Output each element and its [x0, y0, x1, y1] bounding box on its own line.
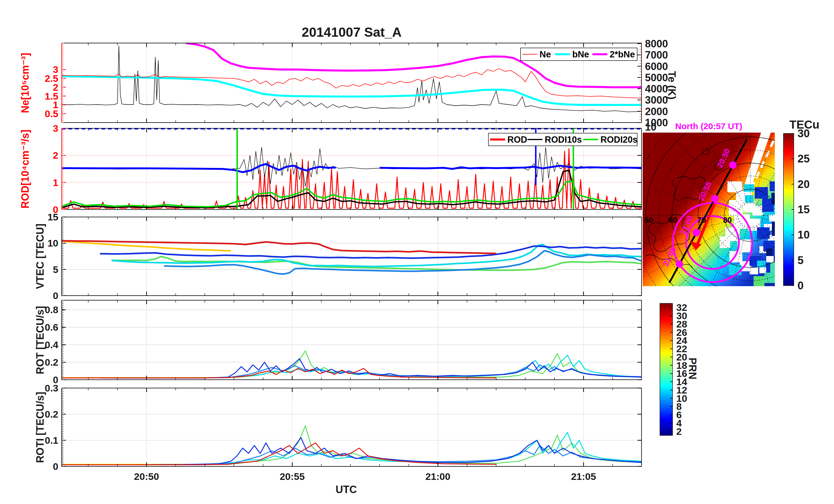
- series-PRN27: [62, 241, 496, 253]
- svg-text:3: 3: [53, 64, 58, 75]
- ylabel-rot: ROT [TECU/s]: [34, 306, 46, 374]
- svg-text:3000: 3000: [645, 94, 668, 106]
- svg-text:10: 10: [645, 121, 656, 133]
- svg-text:5: 5: [797, 254, 804, 266]
- svg-text:25: 25: [797, 153, 810, 165]
- svg-text:0: 0: [53, 461, 58, 472]
- svg-text:ROD: ROD: [507, 135, 527, 145]
- series-group-rot: [62, 351, 641, 378]
- panel-roti: 20:5020:5521:0021:0500.10.20.3: [45, 383, 641, 482]
- svg-text:5: 5: [53, 264, 58, 275]
- svg-text:15: 15: [47, 211, 58, 223]
- svg-text:10: 10: [47, 238, 58, 249]
- svg-text:0.8: 0.8: [45, 304, 58, 315]
- svg-text:2: 2: [676, 426, 682, 437]
- svg-text:0.3: 0.3: [45, 383, 58, 393]
- figure-title: 20141007 Sat_A: [302, 24, 402, 40]
- ylabel-rod: ROD[10⁴cm⁻³/s]: [19, 130, 31, 209]
- svg-text:3: 3: [53, 123, 58, 134]
- series-group-roti: [62, 426, 641, 465]
- svg-text:RODI10s: RODI10s: [545, 135, 582, 145]
- panel-rot: 00.20.40.60.8: [45, 300, 641, 385]
- panel-ne_te: 0.511.522.531000200030004000500060007000…: [45, 38, 668, 133]
- ylabel-roti: ROTI [TECU/s]: [34, 392, 46, 463]
- svg-text:2*bNe: 2*bNe: [610, 49, 635, 60]
- svg-text:20: 20: [797, 178, 810, 190]
- prn-colorbar: 3230282624222018161412108642: [660, 302, 687, 437]
- svg-text:0.6: 0.6: [45, 322, 58, 333]
- panel-vtec: 051015: [47, 211, 641, 301]
- figure-root: 0.511.522.531000200030004000500060007000…: [0, 0, 834, 504]
- svg-text:5000: 5000: [645, 72, 668, 84]
- svg-text:4000: 4000: [645, 83, 668, 95]
- svg-text:60: 60: [668, 216, 677, 225]
- svg-text:2: 2: [53, 150, 58, 161]
- svg-text:70: 70: [697, 216, 706, 225]
- legend-rod: RODRODI10sRODI20s: [488, 133, 637, 146]
- svg-text:2000: 2000: [645, 106, 668, 117]
- prn-colorbar-label: PRN: [686, 358, 698, 380]
- svg-text:20:55: 20:55: [280, 471, 305, 482]
- svg-text:0.2: 0.2: [45, 409, 58, 420]
- svg-text:20:50: 20:50: [134, 471, 159, 482]
- svg-text:6000: 6000: [645, 61, 668, 72]
- svg-text:7000: 7000: [645, 49, 668, 61]
- svg-text:0: 0: [797, 279, 804, 292]
- svg-text:50: 50: [644, 216, 653, 225]
- xlabel-utc: UTC: [335, 484, 357, 496]
- series-bNe: [62, 76, 641, 105]
- legend-ne_te: NebNe2*bNe: [521, 48, 637, 61]
- tecu-colorbar-title: TECu: [789, 118, 819, 131]
- svg-text:80: 80: [723, 216, 732, 225]
- svg-text:0.2: 0.2: [45, 357, 58, 368]
- panel-rod: 0123RODRODI10sRODI20s: [53, 123, 641, 215]
- svg-text:Ne: Ne: [540, 49, 551, 60]
- svg-text:8000: 8000: [645, 38, 668, 50]
- svg-text:10: 10: [797, 229, 810, 241]
- svg-text:RODI20s: RODI20s: [600, 135, 637, 145]
- series-RODI_mean_b: [379, 166, 641, 169]
- ylabel-vtec: VTEC [TECU]: [34, 224, 46, 289]
- series-RODI_mean_a: [62, 164, 336, 172]
- svg-text:0.4: 0.4: [45, 339, 58, 350]
- ylabel-ne: Ne[10⁵cm⁻³]: [19, 53, 31, 113]
- svg-text:0.1: 0.1: [45, 435, 58, 446]
- svg-text:15: 15: [797, 204, 810, 215]
- map-title: North (20:57 UT): [675, 121, 742, 131]
- svg-text:21:05: 21:05: [571, 471, 596, 482]
- series-PRN16: [111, 426, 641, 465]
- series-group-vtec: [62, 241, 641, 274]
- svg-text:21:00: 21:00: [425, 471, 451, 482]
- tecu-colorbar: 302520151050: [784, 128, 810, 292]
- svg-text:bNe: bNe: [572, 49, 589, 60]
- svg-text:1: 1: [53, 177, 58, 188]
- ylabel-te: Te (K): [666, 71, 678, 99]
- figure-canvas: 0.511.522.531000200030004000500060007000…: [0, 0, 834, 504]
- svg-text:0: 0: [53, 290, 58, 301]
